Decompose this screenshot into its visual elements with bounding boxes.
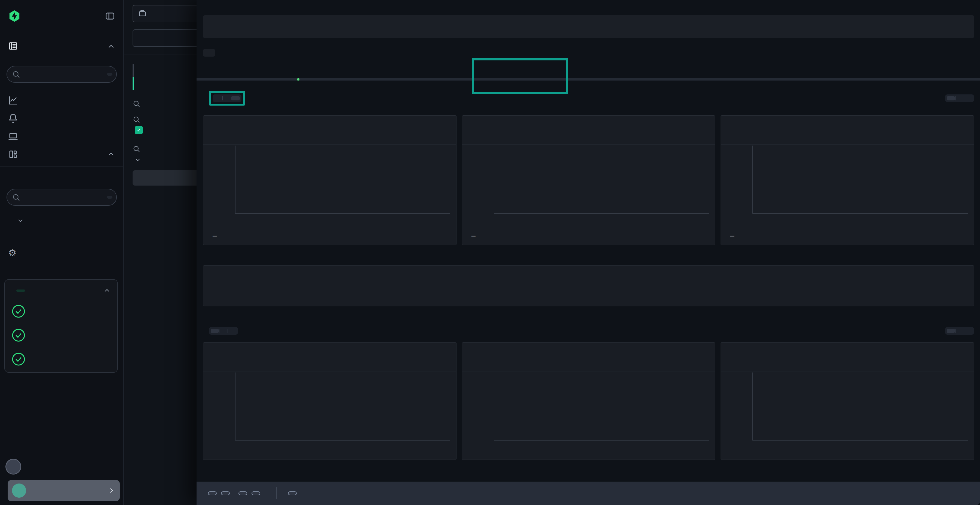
chart-legend: —: [471, 459, 715, 460]
search-icon[interactable]: [132, 100, 140, 108]
x-axis: [462, 444, 715, 456]
checkbox-checked[interactable]: ✓: [135, 126, 143, 134]
collapse-sidebar-icon[interactable]: [105, 11, 115, 21]
left-arrow-key[interactable]: [208, 491, 217, 495]
sidebar-item-team-settings[interactable]: ⚙: [0, 244, 123, 262]
logs-source-icon: [138, 9, 147, 18]
y-axis: [204, 373, 233, 440]
pod-size-sm[interactable]: [947, 96, 955, 100]
help-button[interactable]: [5, 459, 21, 475]
event-header: [197, 0, 980, 8]
x-axis: [204, 218, 456, 229]
j-key[interactable]: [251, 491, 260, 495]
pod-range-control: [213, 94, 242, 102]
sidebar: ⚙: [0, 0, 124, 505]
chart-legend: —: [730, 232, 974, 240]
esc-key[interactable]: [288, 491, 297, 495]
user-profile-card[interactable]: [8, 480, 120, 501]
saved-dashboards-input[interactable]: [6, 189, 117, 206]
saved-searches-field[interactable]: [24, 70, 103, 79]
check-circle-icon: [11, 352, 25, 366]
search-icon: [12, 193, 20, 201]
sidebar-item-dashboards[interactable]: [0, 145, 123, 163]
event-body-card: [203, 15, 974, 38]
chevron-up-icon[interactable]: [103, 287, 111, 294]
pod-cpu-chart: —: [203, 115, 457, 245]
pod-charts-row: — — —: [203, 115, 974, 245]
node-memory-chart: —: [462, 342, 715, 460]
chevron-up-icon[interactable]: [107, 43, 115, 51]
chevron-down-icon: [17, 217, 24, 224]
annotation-box-infrastructure-tab: [472, 58, 568, 94]
node-range-control: [209, 327, 238, 335]
check-circle-icon: [11, 304, 25, 318]
search-icon[interactable]: [132, 116, 140, 123]
presets-toggle[interactable]: [0, 214, 123, 227]
search-icon: [12, 70, 20, 78]
chevron-down-icon: [134, 156, 141, 163]
node-charts-row: — — —: [203, 342, 974, 460]
search-icon[interactable]: [132, 145, 140, 152]
get-started-item[interactable]: [11, 303, 111, 318]
get-started-card: [4, 279, 118, 373]
hyperdx-logo-icon: [8, 10, 21, 22]
source-selector-button[interactable]: [132, 5, 204, 22]
x-axis: [721, 218, 974, 229]
chart-plot[interactable]: [752, 146, 968, 214]
y-axis: [462, 373, 492, 440]
create-dashboard-button[interactable]: [0, 170, 123, 186]
event-search-input[interactable]: [132, 29, 204, 47]
y-axis: [204, 146, 233, 214]
saved-searches-input[interactable]: [6, 66, 117, 83]
chart-plot[interactable]: [235, 373, 450, 440]
pod-range-1d[interactable]: [231, 96, 240, 100]
shortcut-badge: [107, 196, 113, 199]
node-section-header: [197, 327, 980, 335]
k-key[interactable]: [239, 491, 247, 495]
sidebar-item-client-sessions[interactable]: [0, 127, 123, 145]
chart-explorer-icon: [8, 95, 18, 105]
node-cpu-chart: —: [203, 342, 457, 460]
chart-legend: —: [471, 232, 715, 240]
x-axis: [721, 444, 974, 456]
right-arrow-key[interactable]: [221, 491, 230, 495]
node-range-30m[interactable]: [211, 329, 219, 333]
pod-timeline-title: [204, 265, 974, 280]
annotation-box-pod-range: [209, 91, 245, 106]
chevron-up-icon[interactable]: [107, 150, 115, 158]
get-started-item[interactable]: [11, 327, 111, 342]
x-axis: [462, 218, 715, 229]
pod-size-md[interactable]: [955, 96, 964, 100]
pod-range-1h[interactable]: [223, 96, 231, 100]
node-range-1d[interactable]: [228, 329, 236, 333]
y-axis: [721, 146, 751, 214]
chevron-right-icon: [108, 487, 115, 494]
node-size-lg[interactable]: [964, 329, 972, 333]
saved-dashboards-field[interactable]: [24, 193, 103, 202]
sidebar-item-alerts[interactable]: [0, 110, 123, 127]
bell-icon: [8, 113, 18, 123]
sidebar-item-chart-explorer[interactable]: [0, 91, 123, 110]
event-tabs: [197, 65, 980, 81]
pod-range-30m[interactable]: [214, 96, 223, 100]
servicename-chip[interactable]: [203, 49, 215, 57]
avatar: [12, 483, 26, 498]
node-disk-chart: —: [721, 342, 974, 460]
sidebar-item-search[interactable]: [0, 38, 123, 55]
chart-plot[interactable]: [235, 146, 450, 214]
chart-plot[interactable]: [494, 146, 709, 214]
node-size-md[interactable]: [955, 329, 964, 333]
node-range-1h[interactable]: [219, 329, 228, 333]
chart-plot[interactable]: [494, 373, 709, 440]
divider: [0, 58, 123, 58]
chart-plot[interactable]: [752, 373, 968, 440]
y-axis: [721, 373, 751, 440]
divider: [0, 166, 123, 167]
chart-legend: —: [730, 459, 974, 460]
get-started-item[interactable]: [11, 351, 111, 366]
node-size-sm[interactable]: [947, 329, 955, 333]
event-details-panel: — — —: [197, 0, 980, 505]
event-navigation-footer: [197, 481, 980, 505]
pod-timeline-empty: [204, 280, 974, 306]
pod-size-lg[interactable]: [964, 96, 972, 100]
